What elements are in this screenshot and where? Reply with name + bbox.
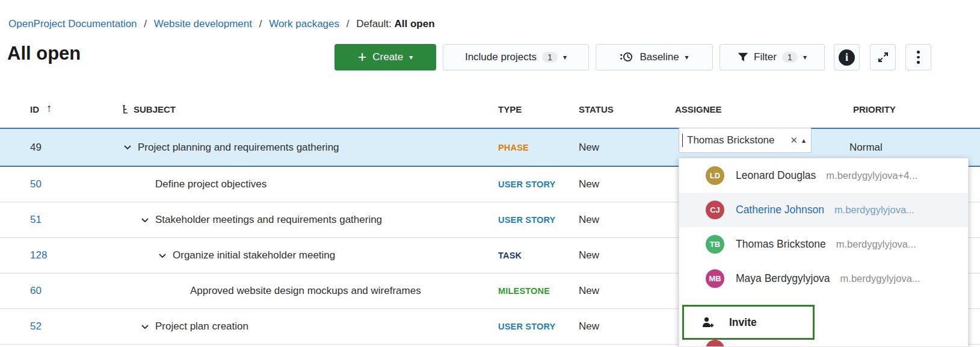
assignee-editor-value[interactable]: Thomas Brickstone: [687, 134, 786, 146]
avatar: TB: [706, 235, 724, 254]
work-package-id-link[interactable]: 51: [30, 202, 42, 237]
breadcrumb-separator: /: [144, 18, 147, 30]
info-icon: i: [839, 49, 855, 66]
kebab-menu-icon: [917, 51, 920, 64]
subject-cell[interactable]: Project plan creation: [155, 309, 248, 344]
status-cell[interactable]: New: [579, 129, 599, 166]
invite-user-icon: [702, 317, 715, 328]
status-cell[interactable]: New: [579, 238, 599, 273]
assignee-option[interactable]: LD Leonard Douglas m.berdygylyjova+4...: [679, 158, 968, 193]
toolbar: + Create ▾ Include projects 1 ▾ Baseline…: [334, 44, 931, 70]
collapse-chevron-icon[interactable]: [141, 202, 149, 237]
column-header-status[interactable]: STATUS: [579, 90, 614, 128]
chevron-down-icon: ▾: [685, 54, 689, 61]
assignee-option[interactable]: CJ Catherine Johnson m.berdygylyjova...: [679, 193, 968, 227]
filter-button[interactable]: Filter 1 ▾: [720, 44, 825, 70]
type-cell[interactable]: MILESTONE: [498, 274, 550, 308]
work-package-id-link[interactable]: 128: [30, 238, 47, 273]
subject-cell[interactable]: Define project objectives: [155, 167, 267, 202]
fullscreen-button[interactable]: [870, 44, 896, 70]
breadcrumb: OpenProject Documentation / Website deve…: [8, 18, 435, 30]
subject-cell[interactable]: Approved website design mockups and wire…: [190, 274, 421, 308]
invite-button-label: Invite: [729, 316, 757, 329]
expand-icon: [877, 51, 889, 63]
avatar: CJ: [706, 201, 724, 219]
status-cell[interactable]: New: [579, 167, 599, 202]
chevron-down-icon: ▾: [409, 54, 413, 61]
assignee-option[interactable]: MB Maya Berdygylyjova m.berdygylyjova...: [679, 261, 968, 296]
status-cell[interactable]: New: [579, 309, 599, 344]
chevron-down-icon: ▾: [803, 54, 807, 61]
breadcrumb-default-label: Default:: [356, 18, 392, 30]
assignee-editor-combobox[interactable]: Thomas Brickstone ✕ ▴: [679, 128, 812, 153]
assignee-option-name: Maya Berdygylyjova: [736, 272, 830, 285]
baseline-button-label: Baseline: [639, 51, 679, 63]
include-projects-button[interactable]: Include projects 1 ▾: [443, 44, 589, 70]
column-header-type[interactable]: TYPE: [498, 90, 522, 128]
filter-funnel-icon: [738, 52, 748, 62]
assignee-option-email: m.berdygylyjova...: [840, 273, 920, 284]
filter-count-badge: 1: [782, 52, 798, 63]
status-cell[interactable]: New: [579, 202, 599, 237]
type-cell[interactable]: TASK: [498, 238, 522, 273]
column-header-id[interactable]: ID ↑: [30, 90, 52, 128]
breadcrumb-separator: /: [259, 18, 262, 30]
avatar: MB: [706, 269, 724, 288]
collapse-chevron-icon[interactable]: [158, 238, 167, 273]
assignee-option-email: m.berdygylyjova...: [834, 204, 914, 216]
work-package-id-link[interactable]: 60: [30, 274, 42, 308]
breadcrumb-link-subproject[interactable]: Website development: [154, 18, 252, 30]
page-title: All open: [7, 43, 81, 64]
breadcrumb-current-view: All open: [395, 18, 435, 30]
baseline-button[interactable]: Baseline ▾: [596, 44, 713, 70]
subject-cell[interactable]: Project planning and requirements gather…: [138, 129, 339, 166]
breadcrumb-current: Default: All open: [356, 18, 434, 30]
info-button[interactable]: i: [834, 44, 860, 70]
collapse-chevron-icon[interactable]: [141, 309, 149, 344]
collapse-chevron-icon[interactable]: [123, 129, 132, 166]
filter-button-label: Filter: [754, 51, 777, 63]
invite-button[interactable]: Invite: [682, 305, 815, 340]
type-cell[interactable]: USER STORY: [498, 202, 555, 237]
clear-icon[interactable]: ✕: [790, 135, 798, 146]
column-header-priority[interactable]: PRIORITY: [853, 90, 896, 128]
sort-ascending-icon: ↑: [46, 102, 52, 115]
plus-icon: +: [358, 49, 367, 64]
include-projects-label: Include projects: [465, 51, 537, 63]
avatar: LD: [706, 166, 724, 185]
status-cell[interactable]: New: [579, 274, 599, 308]
assignee-option-email: m.berdygylyjova...: [836, 239, 916, 250]
subject-cell[interactable]: Organize initial stakeholder meeting: [173, 238, 335, 273]
subject-cell[interactable]: Stakeholder meetings and requirements ga…: [155, 202, 382, 237]
assignee-option-name: Thomas Brickstone: [736, 238, 826, 251]
chevron-up-icon[interactable]: ▴: [802, 136, 806, 145]
table-header: ID ↑ SUBJECT TYPE STATUS ASSIGNEE PRIORI…: [0, 90, 980, 128]
work-package-id-link[interactable]: 49: [30, 129, 42, 166]
assignee-option-email: m.berdygylyjova+4...: [826, 170, 917, 181]
type-cell[interactable]: USER STORY: [498, 167, 555, 202]
work-package-id-link[interactable]: 52: [30, 309, 42, 344]
create-button-label: Create: [372, 51, 403, 63]
include-projects-count-badge: 1: [542, 52, 558, 63]
create-button[interactable]: + Create ▾: [334, 44, 436, 70]
assignee-option-name: Catherine Johnson: [736, 204, 824, 216]
avatar: [706, 340, 724, 347]
hierarchy-icon[interactable]: [122, 105, 130, 114]
breadcrumb-separator: /: [347, 18, 350, 30]
baseline-icon: [620, 51, 633, 63]
chevron-down-icon: ▾: [563, 54, 567, 61]
column-header-assignee[interactable]: ASSIGNEE: [675, 90, 722, 128]
text-cursor: [682, 134, 683, 147]
type-cell[interactable]: USER STORY: [498, 309, 555, 344]
assignee-option-name: Leonard Douglas: [736, 169, 816, 182]
assignee-option[interactable]: TB Thomas Brickstone m.berdygylyjova...: [679, 227, 968, 261]
column-header-subject[interactable]: SUBJECT: [122, 90, 176, 128]
column-header-subject-label: SUBJECT: [134, 104, 176, 114]
breadcrumb-link-work-packages[interactable]: Work packages: [269, 18, 339, 30]
column-header-id-label: ID: [30, 104, 39, 114]
work-package-id-link[interactable]: 50: [30, 167, 42, 202]
more-options-button[interactable]: [905, 44, 931, 70]
breadcrumb-link-project[interactable]: OpenProject Documentation: [8, 18, 137, 30]
type-cell[interactable]: PHASE: [498, 129, 529, 166]
assignee-dropdown: LD Leonard Douglas m.berdygylyjova+4... …: [679, 158, 969, 347]
